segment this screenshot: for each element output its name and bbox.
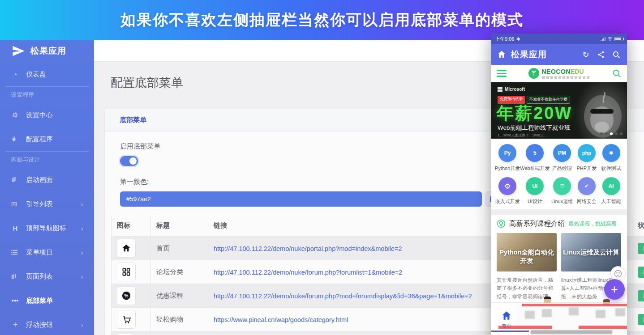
sidebar-section-ui-design: 界面与设计 bbox=[0, 152, 94, 168]
row-link[interactable]: http://47.100.112.22/demo/nuke/portal.ph… bbox=[214, 245, 402, 252]
refresh-icon[interactable]: ↻ bbox=[580, 49, 591, 60]
course-card-python[interactable]: Python全能自动化开发 bbox=[497, 233, 557, 271]
site-header: NEOCONEDU bbox=[491, 65, 627, 82]
phone-tab-bar: 首页 bbox=[491, 302, 627, 335]
grid-item-python[interactable]: PyPython开发 bbox=[495, 144, 520, 172]
sidebar-item-configure[interactable]: 配置程序 bbox=[0, 127, 94, 151]
phone-app-bar: 松果应用 ↻ bbox=[491, 44, 627, 65]
paper-plane-icon bbox=[12, 44, 25, 58]
sidebar-item-guide-list[interactable]: 引导列表 › bbox=[0, 192, 94, 216]
grid-item-php[interactable]: phpPHP开发 bbox=[574, 144, 599, 172]
emoji-head bbox=[544, 297, 551, 303]
pages-icon bbox=[11, 273, 20, 280]
sidebar-item-float-button[interactable]: + 浮动按钮 › bbox=[0, 313, 94, 335]
hamburger-icon[interactable] bbox=[497, 68, 507, 79]
site-logo[interactable]: NEOCONEDU bbox=[528, 68, 590, 79]
status-badge[interactable]: 启用 bbox=[638, 243, 644, 254]
site-logo-main: NEOCON bbox=[542, 68, 571, 75]
alarm-icon: ✱ bbox=[516, 36, 520, 42]
svg-text:%: % bbox=[125, 293, 129, 298]
hero-banner[interactable]: Microsoft 免费预约试学 不就业不收取任何学费 年薪20W Web前端工… bbox=[491, 82, 627, 139]
search-icon[interactable] bbox=[611, 49, 622, 60]
grid-icon[interactable] bbox=[117, 263, 136, 281]
red-stripe bbox=[498, 326, 552, 329]
robot-icon: AI bbox=[602, 177, 620, 195]
site-logo-mark-icon bbox=[528, 68, 539, 79]
grid-item-linux-ops[interactable]: ≡Linux运维 bbox=[550, 177, 575, 205]
grid-item-web-frontend[interactable]: 5Web前端开发 bbox=[520, 144, 550, 172]
plug-icon bbox=[11, 136, 20, 142]
status-time: 上午9:06 bbox=[495, 36, 514, 42]
enable-toggle[interactable] bbox=[120, 156, 138, 166]
bug-icon: ✱ bbox=[602, 144, 620, 162]
grid-item-embedded[interactable]: ⚙嵌入式开发 bbox=[495, 177, 520, 205]
python-icon: Py bbox=[498, 144, 516, 162]
phone-status-bar: 上午9:06 ✱ bbox=[491, 34, 627, 44]
course-icon-grid: PyPython开发 5Web前端开发 PM产品经理 phpPHP开发 ✱软件测… bbox=[491, 139, 627, 209]
terminal-icon: ≡ bbox=[553, 177, 571, 195]
course-cards: Python全能自动化开发 Linux运维及云计算 bbox=[491, 229, 627, 273]
active-tab-underline bbox=[491, 331, 529, 332]
grid-item-ui-design[interactable]: UIUI设计 bbox=[520, 177, 550, 205]
grid-item-software-testing[interactable]: ✱软件测试 bbox=[599, 144, 623, 172]
sidebar-item-page-list[interactable]: 页面列表 › bbox=[0, 264, 94, 288]
add-fab[interactable]: + bbox=[604, 279, 625, 300]
gorilla-image bbox=[575, 89, 624, 139]
status-badge[interactable]: 启用 bbox=[638, 267, 644, 278]
share-icon[interactable] bbox=[596, 49, 606, 60]
sidebar-item-dashboard[interactable]: ◔ 仪表盘 bbox=[0, 62, 94, 86]
wifi-icon bbox=[607, 37, 613, 41]
row-link[interactable]: https://www.pineal.cn/wap/goods/category… bbox=[214, 316, 348, 323]
row-link[interactable]: http://47.100.112.22/demo/nuke/forum.php… bbox=[214, 293, 472, 300]
grid-item-product-manager[interactable]: PM产品经理 bbox=[550, 144, 575, 172]
home-icon[interactable] bbox=[117, 239, 136, 258]
phone-app-title: 松果应用 bbox=[511, 49, 547, 60]
grid-item-ai[interactable]: AI人工智能 bbox=[599, 177, 623, 205]
status-badge[interactable]: 启用 bbox=[638, 314, 644, 325]
cogs-icon: ⚙ bbox=[11, 111, 20, 119]
pm-icon: PM bbox=[553, 144, 571, 162]
sidebar-item-settings-center[interactable]: ⚙ 设置中心 bbox=[0, 103, 94, 127]
card-title: 底部菜单 bbox=[120, 116, 146, 124]
microsoft-logo: Microsoft bbox=[498, 87, 525, 92]
app-logo[interactable]: 松果应用 bbox=[0, 40, 94, 62]
ui-icon: UI bbox=[526, 177, 544, 195]
list-icon bbox=[11, 250, 20, 255]
row-title: 论坛分类 bbox=[151, 260, 208, 284]
smiley-icon bbox=[614, 269, 623, 278]
row-title: 设置中心 bbox=[151, 331, 208, 335]
col-icon: 图标 bbox=[112, 215, 151, 237]
divider bbox=[491, 209, 627, 215]
sidebar-item-bottom-menu[interactable]: ••• 底部菜单 bbox=[0, 288, 94, 313]
site-tagline bbox=[542, 76, 590, 79]
sidebar-item-menu-items[interactable]: 菜单项目 › bbox=[0, 240, 94, 264]
chevron-right-icon: › bbox=[81, 273, 83, 280]
row-title: 轻松购物 bbox=[151, 308, 208, 331]
course-card-linux[interactable]: Linux运维及云计算 bbox=[561, 233, 621, 271]
guide-list-icon bbox=[11, 201, 20, 208]
heading-icon: H bbox=[11, 225, 20, 232]
hero-headline: 年薪20W bbox=[497, 102, 572, 125]
home-icon bbox=[501, 310, 512, 322]
carousel-dots[interactable] bbox=[600, 132, 623, 135]
site-search-icon[interactable] bbox=[612, 69, 622, 78]
sidebar-item-splash[interactable]: 启动画面 bbox=[0, 168, 94, 192]
app-logo-text: 松果应用 bbox=[30, 45, 66, 57]
grid-item-network-security[interactable]: ✔网络安全 bbox=[574, 177, 599, 205]
row-link[interactable]: http://47.100.112.22/demo/nuke/forum.php… bbox=[214, 269, 402, 276]
course-section-title: 高薪系列课程介绍 bbox=[509, 219, 565, 229]
php-icon: php bbox=[578, 144, 596, 162]
percent-badge-icon[interactable]: % bbox=[117, 286, 136, 305]
hero-caption: 1、3000元生活费 2、1000元… bbox=[498, 133, 547, 138]
row-title: 优惠课程 bbox=[151, 284, 208, 308]
home-icon[interactable] bbox=[497, 50, 507, 59]
cart-icon[interactable] bbox=[117, 310, 136, 329]
red-stripe bbox=[522, 304, 627, 306]
row-title: 首页 bbox=[151, 237, 208, 260]
status-badge[interactable]: 启用 bbox=[638, 290, 644, 301]
sidebar-item-top-nav-icons[interactable]: H 顶部导航图标 › bbox=[0, 216, 94, 240]
promo-banner-title: 如果你不喜欢左侧抽屉栏当然你可以启用底部菜单的模式 bbox=[120, 10, 524, 30]
shield-check-icon: ✔ bbox=[578, 177, 596, 195]
color-input[interactable] bbox=[120, 191, 482, 207]
red-stripe bbox=[579, 326, 627, 329]
